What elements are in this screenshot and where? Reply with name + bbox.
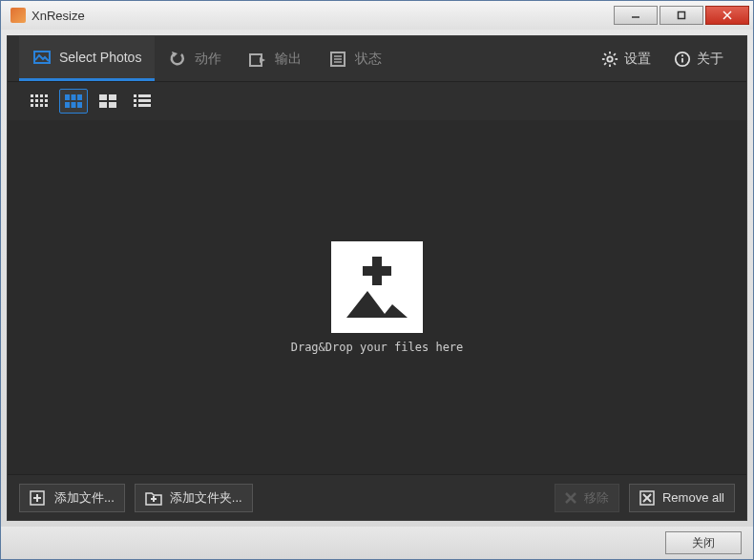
view-toolbar [8, 82, 746, 120]
about-button[interactable]: 关于 [662, 36, 735, 81]
tab-status[interactable]: 状态 [315, 36, 395, 81]
about-label: 关于 [697, 51, 723, 68]
undo-icon [168, 50, 187, 69]
svg-rect-50 [134, 104, 136, 107]
svg-rect-40 [72, 102, 76, 108]
button-label: 移除 [584, 489, 609, 507]
tab-label: Select Photos [59, 50, 141, 65]
view-list-button[interactable] [128, 89, 157, 114]
svg-rect-41 [77, 102, 82, 108]
close-icon [565, 492, 576, 504]
svg-rect-45 [109, 102, 116, 108]
view-large-grid-button[interactable] [94, 89, 122, 114]
svg-rect-47 [138, 94, 151, 97]
svg-rect-29 [35, 99, 38, 102]
svg-rect-36 [65, 94, 70, 100]
svg-rect-39 [65, 102, 70, 108]
add-file-icon [30, 490, 47, 506]
svg-rect-37 [72, 94, 76, 100]
tab-select-photos[interactable]: Select Photos [19, 36, 155, 81]
footer: 关闭 [1, 527, 753, 559]
drop-image-icon [331, 241, 423, 333]
svg-rect-26 [40, 94, 43, 97]
svg-rect-1 [679, 12, 685, 19]
app-window: XnResize Select Photos [0, 0, 754, 560]
add-files-button[interactable]: 添加文件... [19, 484, 125, 512]
minimize-button[interactable] [614, 6, 658, 25]
add-folder-button[interactable]: 添加文件夹... [135, 484, 253, 512]
drop-zone[interactable]: Drag&Drop your files here [291, 241, 464, 354]
app-body: Select Photos 动作 输出 状态 [7, 35, 747, 521]
maximize-button[interactable] [660, 6, 703, 25]
svg-point-22 [681, 54, 683, 56]
bottom-toolbar: 添加文件... 添加文件夹... 移除 Remove all [8, 474, 746, 520]
close-app-button[interactable]: 关闭 [665, 531, 742, 554]
button-label: 关闭 [692, 535, 715, 551]
svg-line-17 [604, 53, 606, 55]
titlebar: XnResize [1, 1, 753, 30]
view-small-grid-button[interactable] [25, 89, 53, 114]
tab-actions[interactable]: 动作 [155, 36, 235, 81]
svg-line-18 [614, 62, 616, 64]
tab-output[interactable]: 输出 [235, 36, 315, 81]
svg-rect-48 [134, 99, 136, 102]
svg-rect-51 [138, 104, 151, 107]
svg-line-20 [614, 53, 616, 55]
svg-rect-27 [45, 94, 48, 97]
svg-rect-46 [134, 94, 136, 97]
svg-rect-28 [31, 99, 33, 102]
svg-marker-54 [346, 291, 408, 318]
clear-all-icon [639, 490, 655, 506]
view-medium-grid-button[interactable] [59, 89, 88, 114]
svg-line-19 [604, 62, 606, 64]
svg-rect-43 [109, 94, 116, 100]
svg-rect-30 [40, 99, 43, 102]
settings-button[interactable]: 设置 [590, 36, 662, 81]
svg-rect-38 [77, 94, 82, 100]
button-label: 添加文件... [54, 489, 115, 507]
svg-rect-35 [45, 104, 48, 107]
close-button[interactable] [705, 6, 749, 25]
info-icon [674, 51, 691, 68]
button-label: Remove all [662, 490, 724, 505]
content-area: Drag&Drop your files here [8, 120, 746, 474]
tab-label: 输出 [275, 51, 302, 68]
app-icon [10, 8, 26, 23]
spacer [395, 36, 590, 81]
svg-rect-31 [45, 99, 48, 102]
button-label: 添加文件夹... [170, 489, 242, 507]
svg-rect-44 [99, 102, 107, 108]
svg-rect-42 [99, 94, 107, 100]
tab-bar: Select Photos 动作 输出 状态 [8, 36, 746, 82]
svg-rect-53 [363, 266, 391, 276]
tab-label: 动作 [195, 51, 221, 68]
remove-button: 移除 [555, 484, 619, 512]
photos-icon [32, 48, 52, 67]
list-icon [328, 50, 347, 69]
svg-rect-33 [35, 104, 38, 107]
svg-rect-24 [31, 94, 33, 97]
remove-all-button[interactable]: Remove all [629, 484, 735, 512]
tab-label: 状态 [355, 51, 382, 68]
window-controls [612, 6, 749, 25]
svg-rect-49 [138, 99, 151, 102]
svg-rect-34 [40, 104, 43, 107]
window-title: XnResize [31, 9, 612, 23]
add-folder-icon [145, 490, 162, 506]
drop-label: Drag&Drop your files here [291, 341, 464, 354]
svg-rect-32 [31, 104, 33, 107]
settings-label: 设置 [624, 51, 651, 68]
gear-icon [601, 51, 618, 68]
svg-rect-25 [35, 94, 38, 97]
svg-point-12 [607, 56, 612, 61]
export-icon [248, 50, 267, 69]
